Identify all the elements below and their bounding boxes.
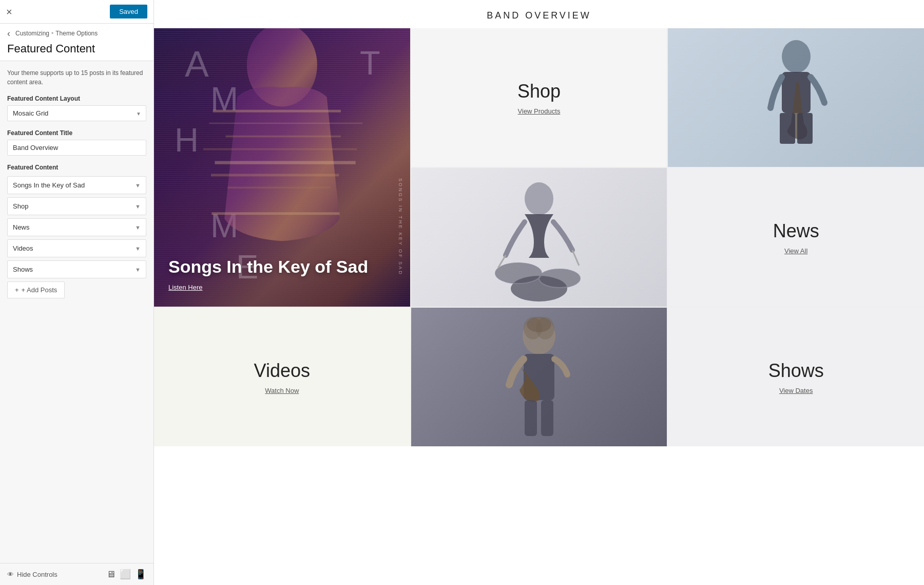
guitarist2-figure [488, 310, 590, 444]
guitarist2-photo-cell [411, 308, 667, 446]
title-label: Featured Content Title [7, 129, 146, 137]
svg-point-9 [782, 40, 811, 73]
sidebar-footer: 👁 Hide Controls 🖥 ⬜ 📱 [0, 563, 153, 585]
svg-line-20 [572, 250, 579, 266]
post-item-songs-label: Songs In the Key of Sad [13, 181, 85, 189]
post-item-videos[interactable]: Videos ▼ [7, 239, 146, 257]
eye-icon: 👁 [7, 571, 14, 578]
svg-rect-26 [525, 400, 537, 436]
chevron-icon: ▼ [135, 182, 141, 188]
featured-cell[interactable]: A T M H M E [154, 28, 410, 307]
svg-point-24 [527, 317, 551, 332]
guitarist-figure [745, 31, 848, 164]
breadcrumb: ‹ Customizing • Theme Options [7, 29, 146, 38]
videos-link[interactable]: Watch Now [265, 387, 299, 394]
breadcrumb-part1: Customizing [15, 30, 49, 37]
svg-rect-4 [227, 186, 330, 188]
shows-cell[interactable]: Shows View Dates [668, 308, 924, 446]
svg-point-13 [525, 182, 553, 215]
svg-rect-27 [541, 400, 553, 436]
svg-rect-6 [209, 123, 362, 124]
back-button[interactable]: ‹ [7, 29, 10, 38]
plus-icon: + [15, 286, 19, 294]
mobile-icon[interactable]: 📱 [135, 569, 146, 580]
svg-rect-1 [213, 110, 341, 112]
svg-rect-3 [215, 161, 355, 164]
videos-title: Videos [254, 360, 310, 382]
news-cell[interactable]: News View All [668, 168, 924, 307]
vertical-text: SONGS IN THE KEY OF SAD [398, 178, 403, 276]
featured-post-link[interactable]: Listen Here [168, 284, 202, 291]
post-item-news-label: News [13, 223, 30, 231]
device-icons: 🖥 ⬜ 📱 [106, 569, 146, 580]
post-item-shop[interactable]: Shop ▼ [7, 197, 146, 215]
layout-label: Featured Content Layout [7, 95, 146, 102]
breadcrumb-bar: ‹ Customizing • Theme Options Featured C… [0, 24, 153, 61]
shop-cell[interactable]: Shop View Products [411, 28, 667, 167]
band-overview-title: BAND OVERVIEW [154, 0, 924, 28]
post-item-shows[interactable]: Shows ▼ [7, 260, 146, 278]
sidebar-content: Your theme supports up to 15 posts in it… [0, 61, 153, 563]
featured-post-title: Songs In the Key of Sad [168, 256, 368, 277]
videos-cell[interactable]: Videos Watch Now [154, 308, 410, 446]
post-item-news[interactable]: News ▼ [7, 218, 146, 236]
title-input[interactable] [7, 140, 146, 156]
shows-title: Shows [768, 360, 824, 382]
chevron-icon-2: ▼ [135, 203, 141, 210]
breadcrumb-part2: Theme Options [55, 30, 98, 37]
chevron-icon-4: ▼ [135, 246, 141, 252]
add-posts-button[interactable]: + + Add Posts [7, 281, 65, 298]
hide-controls-label: Hide Controls [17, 571, 57, 578]
close-button[interactable]: × [6, 7, 12, 17]
svg-rect-5 [211, 212, 339, 215]
content-section: Featured Content Songs In the Key of Sad… [7, 164, 146, 298]
shop-title: Shop [517, 81, 561, 102]
customizer-sidebar: × Saved ‹ Customizing • Theme Options Fe… [0, 0, 154, 585]
sidebar-header: × Saved [0, 0, 153, 24]
preview-area: BAND OVERVIEW A T M H M E [154, 0, 924, 585]
chevron-icon-3: ▼ [135, 224, 141, 231]
sidebar-description: Your theme supports up to 15 posts in it… [7, 68, 146, 87]
guitarist-photo-cell [668, 28, 924, 167]
post-item-videos-label: Videos [13, 244, 33, 252]
drummer-figure [483, 171, 595, 304]
shop-link[interactable]: View Products [518, 107, 561, 115]
post-item-shop-label: Shop [13, 202, 28, 210]
svg-rect-2 [226, 136, 341, 138]
chevron-icon-5: ▼ [135, 267, 141, 273]
news-link[interactable]: View All [784, 247, 807, 255]
layout-select-wrapper: Mosaic Grid [7, 105, 146, 121]
layout-field-group: Featured Content Layout Mosaic Grid [7, 95, 146, 121]
breadcrumb-sep: • [51, 30, 53, 37]
svg-rect-8 [211, 174, 339, 176]
desktop-icon[interactable]: 🖥 [106, 569, 116, 580]
title-field-group: Featured Content Title [7, 129, 146, 156]
svg-rect-7 [203, 148, 357, 150]
news-title: News [773, 220, 819, 242]
add-posts-label: + Add Posts [22, 286, 57, 294]
mosaic-grid: A T M H M E [154, 28, 924, 446]
post-item-songs[interactable]: Songs In the Key of Sad ▼ [7, 176, 146, 194]
content-label: Featured Content [7, 164, 146, 171]
panel-title: Featured Content [7, 40, 146, 61]
post-item-shows-label: Shows [13, 266, 33, 273]
tablet-icon[interactable]: ⬜ [120, 569, 131, 580]
shows-link[interactable]: View Dates [779, 387, 813, 394]
svg-rect-12 [797, 113, 813, 144]
saved-button[interactable]: Saved [110, 5, 147, 18]
hide-controls-button[interactable]: 👁 Hide Controls [7, 571, 57, 578]
drummer-photo-cell [411, 168, 667, 307]
svg-rect-11 [780, 113, 795, 144]
layout-select[interactable]: Mosaic Grid [7, 105, 146, 121]
